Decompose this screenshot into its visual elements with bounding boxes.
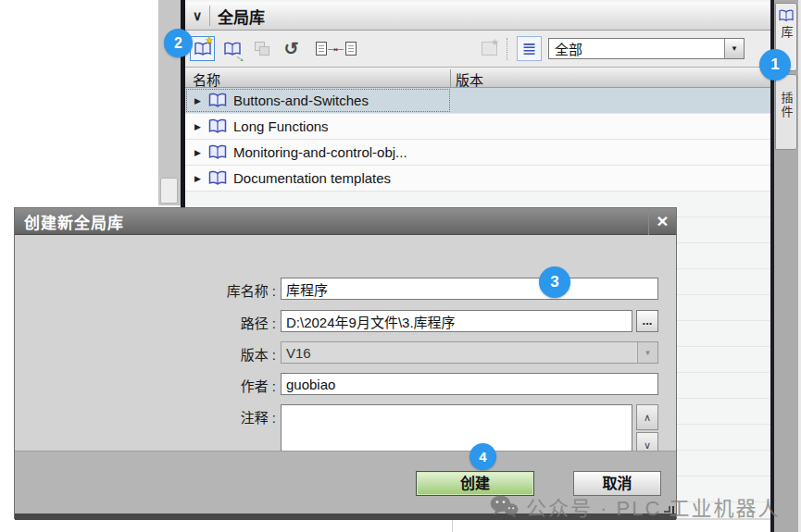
close-button[interactable]: × — [648, 208, 676, 235]
status-area-divider — [452, 520, 453, 532]
expander-icon[interactable]: ▶ — [194, 174, 204, 183]
watermark-text: 公众号 · PLC 工业机器人 — [526, 491, 780, 521]
column-name[interactable]: 名称 — [193, 69, 220, 89]
column-divider[interactable] — [450, 69, 451, 87]
wechat-icon — [489, 493, 519, 519]
export-arrow-icon: → — [325, 40, 339, 54]
version-select[interactable]: V16 ▼ — [281, 341, 658, 364]
import-library-button[interactable]: ← — [338, 36, 363, 61]
path-input[interactable] — [281, 310, 632, 332]
chevron-down-icon: ∨ — [644, 439, 651, 452]
book-icon — [223, 42, 242, 56]
version-dropdown-button[interactable]: ▼ — [637, 342, 657, 363]
detail-view-button[interactable]: ≣ — [517, 36, 542, 61]
update-rotate-icon: ↺ — [284, 38, 299, 59]
collapse-chevron-icon[interactable]: ∨ — [185, 8, 209, 23]
dialog-title: 创建新全局库 — [15, 210, 648, 233]
tab-addins-label: 插件 — [778, 92, 795, 119]
comment-label: 注释 : — [117, 407, 276, 427]
list-column-header: 名称 版本 — [185, 67, 770, 88]
filter-dropdown-button[interactable]: ▼ — [724, 39, 744, 58]
tab-addins[interactable]: 插件 — [775, 74, 797, 150]
book-icon — [194, 42, 212, 56]
expander-icon[interactable]: ▶ — [194, 122, 204, 131]
annotation-circle-3: 3 — [539, 266, 570, 298]
create-new-library-button[interactable]: ★ — [190, 36, 215, 61]
tab-libraries-label: 库 — [778, 26, 795, 40]
book-icon — [778, 9, 795, 22]
column-version[interactable]: 版本 — [456, 69, 483, 89]
export-page-icon — [316, 42, 327, 56]
list-item-label: Buttons-and-Switches — [233, 93, 369, 108]
dialog-body: 库名称 : 路径 : ... 版本 : V16 ▼ 作者 : 注释 : — [15, 235, 676, 451]
left-scrollbar-thumb[interactable] — [160, 178, 178, 204]
chevron-down-icon: ▼ — [645, 349, 652, 357]
import-page-icon — [345, 42, 357, 56]
annotation-circle-4: 4 — [469, 443, 496, 470]
list-item-label: Monitoring-and-control-obj... — [233, 144, 407, 160]
scroll-up-button[interactable]: ∧ — [636, 404, 658, 430]
library-toolbar: ★ → ↺ → ← ★ — [185, 31, 770, 67]
list-item-buttons-and-switches[interactable]: ▶ Buttons-and-Switches — [185, 88, 770, 114]
screen: ∨ 全局库 ★ → ↺ → — [0, 0, 801, 532]
browse-button[interactable]: ... — [636, 310, 658, 332]
export-library-button[interactable]: → — [308, 36, 333, 61]
annotation-circle-1: 1 — [759, 49, 791, 80]
version-value: V16 — [282, 342, 637, 363]
save-library-button[interactable] — [249, 36, 274, 61]
global-library-header: ∨ 全局库 — [185, 2, 770, 31]
update-library-button[interactable]: ↺ — [279, 36, 304, 61]
create-library-dialog: 创建新全局库 × 库名称 : 路径 : ... 版本 : V16 ▼ 作者 — [14, 207, 677, 519]
list-item-monitoring-and-control[interactable]: ▶ Monitoring-and-control-obj... — [185, 140, 770, 166]
close-icon: × — [657, 210, 668, 232]
path-label: 路径 : — [117, 313, 276, 332]
version-label: 版本 : — [117, 344, 276, 364]
header-divider — [209, 6, 210, 26]
list-item-long-functions[interactable]: ▶ Long Functions — [185, 114, 770, 140]
list-view-icon: ≣ — [522, 40, 537, 57]
chevron-up-icon: ∧ — [644, 412, 651, 424]
create-version-button[interactable]: ★ — [477, 36, 502, 61]
book-icon — [207, 144, 228, 160]
list-item-label: Documentation templates — [233, 170, 391, 186]
save-library-icon — [255, 42, 269, 56]
book-icon — [207, 170, 228, 186]
author-input[interactable] — [281, 373, 658, 395]
panel-title: 全局库 — [218, 5, 265, 28]
toolbar-divider — [507, 38, 507, 60]
chevron-down-icon: ▼ — [731, 44, 738, 53]
book-icon — [207, 118, 228, 134]
library-name-input[interactable] — [281, 278, 658, 300]
name-label: 库名称 : — [117, 280, 276, 300]
open-library-button[interactable]: → — [219, 36, 244, 61]
create-version-icon: ★ — [482, 42, 497, 56]
watermark: 公众号 · PLC 工业机器人 — [489, 491, 780, 521]
filter-dropdown[interactable]: 全部 ▼ — [548, 38, 745, 59]
annotation-circle-2: 2 — [164, 29, 193, 57]
filter-dropdown-value: 全部 — [549, 39, 724, 58]
expander-icon[interactable]: ▶ — [194, 148, 204, 157]
dialog-titlebar[interactable]: 创建新全局库 × — [15, 208, 676, 235]
author-label: 作者 : — [117, 376, 276, 395]
list-item-label: Long Functions — [233, 118, 329, 134]
list-item-documentation-templates[interactable]: ▶ Documentation templates — [185, 166, 770, 192]
